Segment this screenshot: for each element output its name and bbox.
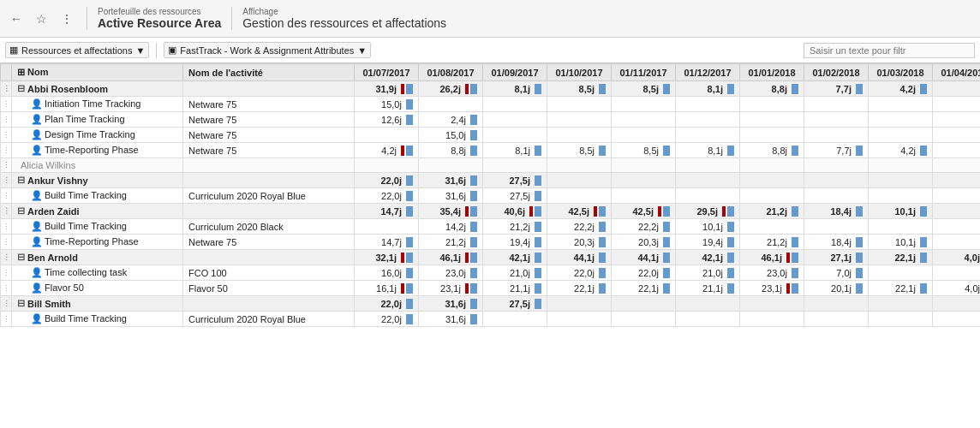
bar-blue xyxy=(856,283,863,294)
cell-value xyxy=(933,173,981,188)
cell-value: 16,0j xyxy=(355,265,419,281)
cell-value xyxy=(355,158,419,173)
fasttrack-toolbar-item[interactable]: ▣ FastTrack - Work & Assignment Attribut… xyxy=(164,42,371,58)
expand-all-icon[interactable]: ⊞ xyxy=(17,67,25,77)
expand-icon[interactable]: ⊟ xyxy=(17,298,25,309)
bar-blue xyxy=(663,253,670,263)
bar-blue xyxy=(792,146,798,156)
row-handle[interactable]: ⋮ xyxy=(1,281,12,296)
table-body: ⋮⊟Abbi Rosenbloom31,9j 26,2j 8,1j 8,5j 8… xyxy=(1,81,981,327)
cell-activity: Curriculum 2020 Royal Blue xyxy=(183,188,355,204)
toolbar-separator xyxy=(156,43,157,58)
main-table-wrapper: ⊞ Nom Nom de l'activité 01/07/2017 01/08… xyxy=(0,63,980,428)
bar-blue xyxy=(406,253,413,263)
bar-red xyxy=(401,283,404,294)
bar-blue xyxy=(792,237,798,247)
cell-value: 10,1j xyxy=(869,235,933,250)
cell-activity xyxy=(183,296,355,312)
bar-blue xyxy=(599,222,606,232)
fasttrack-label: FastTrack - Work & Assignment Attributes xyxy=(180,45,354,56)
cell-value xyxy=(869,265,933,281)
cell-value: 22,2j xyxy=(547,219,612,235)
row-handle[interactable]: ⋮ xyxy=(1,188,12,204)
cell-value: 21,2j xyxy=(419,235,483,250)
row-handle[interactable]: ⋮ xyxy=(1,219,12,235)
person-icon: 👤 xyxy=(31,190,43,200)
menu-button[interactable]: ⋮ xyxy=(57,10,76,27)
bar-blue xyxy=(727,237,734,247)
expand-icon[interactable]: ⊟ xyxy=(17,175,25,186)
cell-value: 8,8j xyxy=(419,143,483,158)
cell-value: 14,7j xyxy=(355,235,419,250)
row-handle[interactable]: ⋮ xyxy=(1,81,12,97)
bar-blue xyxy=(470,84,477,94)
cell-value xyxy=(933,158,981,173)
cell-value xyxy=(740,158,804,173)
cell-value: 21,1j xyxy=(483,281,547,296)
cell-value: 4,0j xyxy=(933,250,981,265)
cell-value: 31,6j xyxy=(419,312,483,327)
resources-toolbar-item[interactable]: ▦ Ressources et affectations ▼ xyxy=(5,42,149,58)
cell-value xyxy=(869,312,933,327)
cell-name: 👤Initiation Time Tracking xyxy=(12,97,183,112)
bar-blue xyxy=(792,253,798,263)
table-row: ⋮⊟Ankur Vishny22,0j 31,6j 27,5j xyxy=(1,173,981,188)
row-handle[interactable]: ⋮ xyxy=(1,204,12,219)
cell-value xyxy=(547,188,612,204)
handle-header xyxy=(1,64,12,81)
col-header-date-5: 01/12/2017 xyxy=(676,64,740,81)
row-handle[interactable]: ⋮ xyxy=(1,143,12,158)
cell-activity: Netware 75 xyxy=(183,112,355,128)
row-handle[interactable]: ⋮ xyxy=(1,173,12,188)
cell-name: ⊟Arden Zaidi xyxy=(12,204,183,219)
bar-blue xyxy=(406,268,413,278)
row-handle[interactable]: ⋮ xyxy=(1,296,12,312)
expand-icon[interactable]: ⊟ xyxy=(17,83,25,94)
cell-name: 👤Time collecting task xyxy=(12,265,183,281)
cell-value xyxy=(483,97,547,112)
table-row: ⋮👤Time-Reporting PhaseNetware 7514,7j 21… xyxy=(1,235,981,250)
cell-value xyxy=(933,188,981,204)
row-handle[interactable]: ⋮ xyxy=(1,235,12,250)
bar-blue xyxy=(470,237,477,247)
col-header-date-9: 01/04/2018 xyxy=(933,64,981,81)
cell-value xyxy=(547,128,612,143)
cell-value xyxy=(869,296,933,312)
cell-value: 23,1j xyxy=(419,281,483,296)
row-handle[interactable]: ⋮ xyxy=(1,312,12,327)
cell-value: 22,2j xyxy=(612,219,676,235)
cell-value xyxy=(740,296,804,312)
cell-value xyxy=(740,312,804,327)
cell-value xyxy=(612,112,676,128)
row-handle[interactable]: ⋮ xyxy=(1,128,12,143)
cell-value xyxy=(869,97,933,112)
bar-blue xyxy=(535,175,541,186)
cell-value xyxy=(804,128,869,143)
bar-blue xyxy=(535,222,541,232)
row-handle[interactable]: ⋮ xyxy=(1,250,12,265)
cell-value: 22,0j xyxy=(355,188,419,204)
cell-value: 42,1j xyxy=(483,250,547,265)
bar-blue xyxy=(920,84,927,94)
bar-blue xyxy=(470,130,477,140)
search-input[interactable] xyxy=(804,43,975,58)
bookmark-button[interactable]: ☆ xyxy=(33,10,51,27)
expand-icon[interactable]: ⊟ xyxy=(17,252,25,263)
bar-blue xyxy=(406,191,413,201)
cell-value: 14,7j xyxy=(355,204,419,219)
cell-value: 10,1j xyxy=(869,204,933,219)
bar-blue xyxy=(599,283,606,294)
cell-value xyxy=(933,81,981,97)
row-handle[interactable]: ⋮ xyxy=(1,158,12,173)
bar-red xyxy=(465,84,469,94)
row-handle[interactable]: ⋮ xyxy=(1,265,12,281)
cell-value xyxy=(612,97,676,112)
row-handle[interactable]: ⋮ xyxy=(1,112,12,128)
cell-value xyxy=(933,219,981,235)
expand-icon[interactable]: ⊟ xyxy=(17,205,25,217)
cell-value: 21,2j xyxy=(740,235,804,250)
cell-value xyxy=(869,112,933,128)
cell-activity: Flavor 50 xyxy=(183,281,355,296)
row-handle[interactable]: ⋮ xyxy=(1,97,12,112)
back-button[interactable]: ← xyxy=(7,10,26,27)
